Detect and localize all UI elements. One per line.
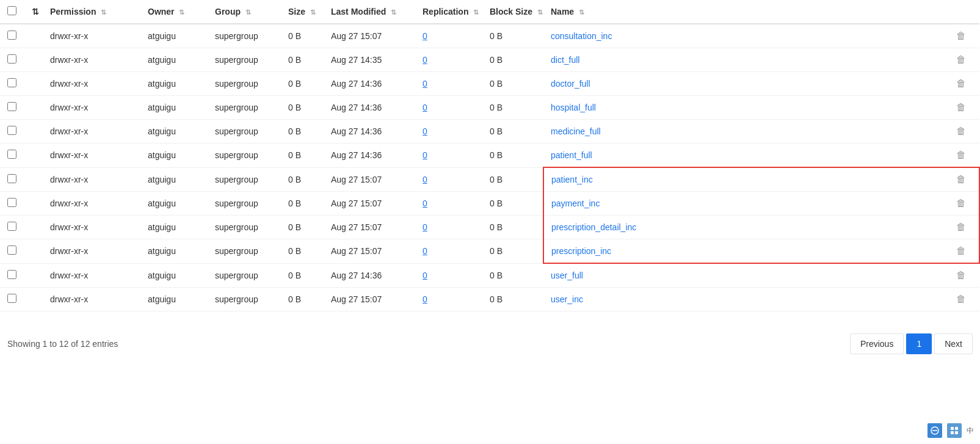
replication-header[interactable]: Replication ⇅ bbox=[415, 0, 482, 24]
action-cell: 🗑 bbox=[949, 263, 979, 288]
permission-sort-icon: ⇅ bbox=[101, 9, 106, 16]
table-row: drwxr-xr-xatguigusupergroup0 BAug 27 14:… bbox=[0, 96, 979, 120]
name-link[interactable]: doctor_full bbox=[551, 79, 590, 89]
row-checkbox[interactable] bbox=[7, 294, 16, 303]
replication-link[interactable]: 0 bbox=[423, 246, 427, 256]
select-all-checkbox[interactable] bbox=[7, 6, 16, 15]
row-checkbox[interactable] bbox=[7, 246, 16, 255]
size-header[interactable]: Size ⇅ bbox=[281, 0, 324, 24]
permission-header[interactable]: Permission ⇅ bbox=[43, 0, 140, 24]
owner-cell: atguigu bbox=[140, 192, 208, 216]
name-link[interactable]: prescription_detail_inc bbox=[551, 222, 636, 232]
last-modified-cell: Aug 27 14:36 bbox=[324, 72, 415, 96]
action-cell: 🗑 bbox=[949, 144, 979, 168]
page-1-button[interactable]: 1 bbox=[906, 333, 932, 354]
table-row: drwxr-xr-xatguigusupergroup0 BAug 27 15:… bbox=[0, 167, 979, 192]
name-link[interactable]: user_full bbox=[551, 271, 583, 280]
row-checkbox[interactable] bbox=[7, 174, 16, 183]
delete-icon[interactable]: 🗑 bbox=[956, 222, 966, 232]
last-modified-cell: Aug 27 14:36 bbox=[324, 96, 415, 120]
row-checkbox[interactable] bbox=[7, 31, 16, 40]
owner-cell: atguigu bbox=[140, 263, 208, 288]
group-cell: supergroup bbox=[208, 239, 281, 264]
block-size-header[interactable]: Block Size ⇅ bbox=[482, 0, 543, 24]
permission-cell: drwxr-xr-x bbox=[43, 144, 140, 168]
delete-icon[interactable]: 🗑 bbox=[956, 246, 966, 256]
size-cell: 0 B bbox=[281, 239, 324, 264]
permission-cell: drwxr-xr-x bbox=[43, 216, 140, 239]
owner-cell: atguigu bbox=[140, 239, 208, 264]
replication-sort-icon: ⇅ bbox=[473, 9, 479, 16]
next-button[interactable]: Next bbox=[934, 333, 973, 354]
row-checkbox[interactable] bbox=[7, 78, 16, 87]
name-link[interactable]: consultation_inc bbox=[551, 31, 612, 41]
replication-link[interactable]: 0 bbox=[423, 150, 427, 160]
row-checkbox[interactable] bbox=[7, 54, 16, 64]
last-modified-cell: Aug 27 14:36 bbox=[324, 263, 415, 288]
sort-col-header[interactable]: ⇅ bbox=[24, 0, 43, 24]
replication-link[interactable]: 0 bbox=[423, 271, 427, 280]
replication-cell: 0 bbox=[415, 96, 482, 120]
delete-icon[interactable]: 🗑 bbox=[956, 31, 966, 41]
delete-icon[interactable]: 🗑 bbox=[956, 126, 966, 136]
row-checkbox[interactable] bbox=[7, 150, 16, 159]
name-link[interactable]: patient_full bbox=[551, 150, 592, 160]
size-cell: 0 B bbox=[281, 72, 324, 96]
last-modified-cell: Aug 27 15:07 bbox=[324, 288, 415, 311]
permission-cell: drwxr-xr-x bbox=[43, 72, 140, 96]
row-checkbox[interactable] bbox=[7, 126, 16, 135]
row-checkbox[interactable] bbox=[7, 270, 16, 279]
owner-cell: atguigu bbox=[140, 120, 208, 144]
name-cell: hospital_full bbox=[543, 96, 949, 120]
name-cell: patient_full bbox=[543, 144, 949, 168]
row-checkbox[interactable] bbox=[7, 102, 16, 111]
delete-icon[interactable]: 🗑 bbox=[956, 102, 966, 112]
size-cell: 0 B bbox=[281, 96, 324, 120]
name-link[interactable]: prescription_inc bbox=[551, 246, 611, 256]
replication-cell: 0 bbox=[415, 144, 482, 168]
name-cell: patient_inc bbox=[543, 167, 949, 192]
delete-icon[interactable]: 🗑 bbox=[956, 270, 966, 280]
permission-cell: drwxr-xr-x bbox=[43, 263, 140, 288]
row-checkbox[interactable] bbox=[7, 222, 16, 231]
name-link[interactable]: payment_inc bbox=[551, 198, 600, 208]
last-modified-header[interactable]: Last Modified ⇅ bbox=[324, 0, 415, 24]
delete-icon[interactable]: 🗑 bbox=[956, 150, 966, 160]
delete-icon[interactable]: 🗑 bbox=[956, 198, 966, 208]
previous-button[interactable]: Previous bbox=[850, 333, 904, 354]
name-link[interactable]: dict_full bbox=[551, 55, 579, 65]
name-link[interactable]: user_inc bbox=[551, 294, 583, 304]
block-size-cell: 0 B bbox=[482, 216, 543, 239]
last-modified-cell: Aug 27 15:07 bbox=[324, 167, 415, 192]
replication-link[interactable]: 0 bbox=[423, 175, 427, 184]
table-row: drwxr-xr-xatguigusupergroup0 BAug 27 14:… bbox=[0, 263, 979, 288]
owner-header[interactable]: Owner ⇅ bbox=[140, 0, 208, 24]
name-link[interactable]: medicine_full bbox=[551, 126, 601, 136]
name-link[interactable]: hospital_full bbox=[551, 103, 596, 112]
replication-link[interactable]: 0 bbox=[423, 198, 427, 208]
name-link[interactable]: patient_inc bbox=[551, 175, 593, 184]
size-sort-icon: ⇅ bbox=[310, 9, 316, 16]
replication-link[interactable]: 0 bbox=[423, 55, 427, 65]
size-cell: 0 B bbox=[281, 120, 324, 144]
delete-icon[interactable]: 🗑 bbox=[956, 294, 966, 304]
replication-link[interactable]: 0 bbox=[423, 79, 427, 89]
group-header[interactable]: Group ⇅ bbox=[208, 0, 281, 24]
replication-link[interactable]: 0 bbox=[423, 103, 427, 112]
owner-cell: atguigu bbox=[140, 96, 208, 120]
row-checkbox[interactable] bbox=[7, 198, 16, 207]
name-header[interactable]: Name ⇅ bbox=[543, 0, 949, 24]
name-cell: doctor_full bbox=[543, 72, 949, 96]
replication-link[interactable]: 0 bbox=[423, 31, 427, 41]
replication-link[interactable]: 0 bbox=[423, 126, 427, 136]
group-cell: supergroup bbox=[208, 24, 281, 48]
delete-icon[interactable]: 🗑 bbox=[956, 78, 966, 89]
size-cell: 0 B bbox=[281, 216, 324, 239]
replication-link[interactable]: 0 bbox=[423, 294, 427, 304]
action-cell: 🗑 bbox=[949, 72, 979, 96]
block-size-cell: 0 B bbox=[482, 48, 543, 72]
delete-icon[interactable]: 🗑 bbox=[956, 174, 966, 184]
action-cell: 🗑 bbox=[949, 239, 979, 264]
delete-icon[interactable]: 🗑 bbox=[956, 54, 966, 65]
replication-link[interactable]: 0 bbox=[423, 222, 427, 232]
